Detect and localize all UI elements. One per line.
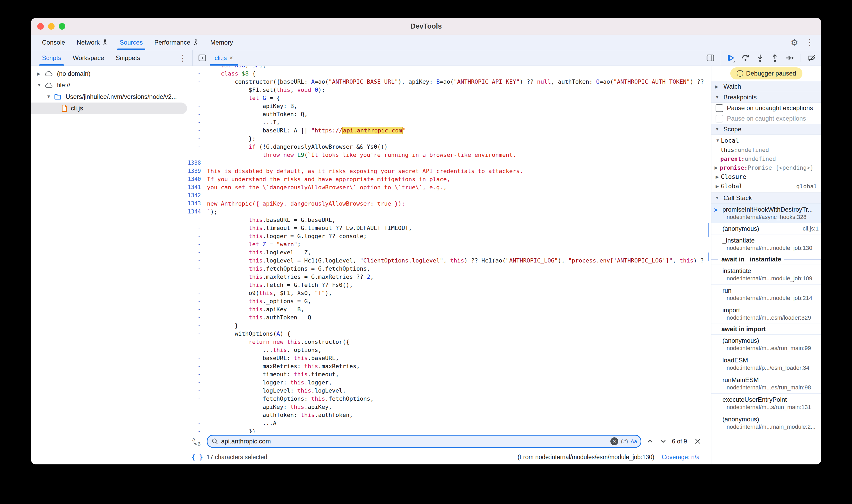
chevron-right-icon[interactable]: ▶: [37, 71, 40, 76]
zoom-window-button[interactable]: [59, 23, 65, 30]
code-line-text[interactable]: this.logLevel = Z,: [205, 248, 711, 256]
scope-variable-parent[interactable]: parent: undefined: [711, 154, 821, 163]
scope-section-header[interactable]: ▼ Scope: [711, 124, 821, 135]
code-line-text[interactable]: this.baseURL = G.baseURL,: [205, 216, 711, 224]
line-number[interactable]: -: [187, 70, 205, 78]
step-over-button[interactable]: [741, 53, 750, 63]
step-into-button[interactable]: [756, 53, 765, 63]
line-number[interactable]: -: [187, 126, 205, 134]
code-line-text[interactable]: this.apiKey = B,: [205, 305, 711, 313]
line-number[interactable]: -: [187, 118, 205, 126]
line-number[interactable]: -: [187, 216, 205, 224]
chevron-down-icon[interactable]: ▼: [47, 94, 51, 100]
line-number[interactable]: -: [187, 403, 205, 411]
tree-item-cli-js[interactable]: cli.js: [31, 103, 187, 114]
tree-item-users-jinhuilee-nvm-versions-node-v2-[interactable]: ▼Users/jinhuilee/.nvm/versions/node/v2..…: [31, 91, 187, 103]
call-stack-frame[interactable]: runnode:internal/m...module_job:214: [711, 285, 821, 304]
code-line-text[interactable]: var X50, $F1;: [205, 66, 711, 70]
code-line-text[interactable]: [205, 192, 711, 200]
line-number[interactable]: -: [187, 66, 205, 70]
step-button[interactable]: [785, 53, 794, 63]
line-number[interactable]: -: [187, 419, 205, 427]
line-number[interactable]: -: [187, 273, 205, 281]
call-stack-frame[interactable]: (anonymous)node:internal/m...es/run_main…: [711, 335, 821, 354]
call-stack-frame[interactable]: (anonymous)node:internal/m...main_module…: [711, 413, 821, 433]
line-number[interactable]: -: [187, 289, 205, 297]
line-number[interactable]: -: [187, 322, 205, 330]
search-input[interactable]: api.anthropic.com ✕ (.*) Aa: [207, 435, 641, 448]
more-options-kebab-icon[interactable]: ⋮: [805, 38, 814, 47]
call-stack-frame[interactable]: loadESMnode:internal/p.../esm_loader:34: [711, 354, 821, 374]
replace-toggle-icon[interactable]: AB: [191, 437, 202, 446]
tree-item--no-domain-[interactable]: ▶(no domain): [31, 68, 187, 79]
checkbox[interactable]: [715, 104, 723, 112]
code-line-text[interactable]: logger: this.logger,: [205, 378, 711, 386]
call-stack-frame[interactable]: instantiatenode:internal/m...module_job:…: [711, 265, 821, 285]
code-line-text[interactable]: this.fetchOptions = G.fetchOptions,: [205, 265, 711, 273]
chevron-down-icon[interactable]: ▼: [37, 83, 41, 88]
line-number[interactable]: -: [187, 248, 205, 256]
line-number[interactable]: -: [187, 427, 205, 433]
line-number[interactable]: -: [187, 94, 205, 102]
pretty-print-icon[interactable]: { }: [192, 454, 203, 461]
code-line-text[interactable]: withOptions(A) {: [205, 330, 711, 338]
line-number[interactable]: -: [187, 224, 205, 232]
watch-section-header[interactable]: ▶ Watch: [711, 81, 821, 92]
code-line-text[interactable]: let G = {: [205, 94, 711, 102]
call-stack-frame[interactable]: _instantiatenode:internal/m...module_job…: [711, 234, 821, 254]
minimize-window-button[interactable]: [48, 23, 55, 30]
code-line-text[interactable]: throw new L9(`It looks like you're runni…: [205, 151, 711, 159]
checkbox[interactable]: [715, 115, 723, 123]
navigator-tab-scripts[interactable]: Scripts: [36, 50, 67, 66]
navigator-more-kebab-icon[interactable]: ⋮: [179, 50, 192, 66]
line-number[interactable]: -: [187, 151, 205, 159]
scope-closure-row[interactable]: ▶Closure: [711, 172, 821, 181]
line-number[interactable]: -: [187, 110, 205, 118]
code-line-text[interactable]: if (!G.dangerouslyAllowBrowser && Ys0()): [205, 143, 711, 151]
previous-match-button[interactable]: [645, 437, 655, 446]
settings-gear-icon[interactable]: ⚙: [791, 38, 798, 47]
line-number[interactable]: -: [187, 395, 205, 403]
code-line-text[interactable]: This is disabled by default, as it risks…: [205, 167, 711, 175]
code-line-text[interactable]: baseURL: A || "https://api.anthropic.com…: [205, 126, 711, 134]
code-line-text[interactable]: authToken: this.authToken,: [205, 411, 711, 419]
call-stack-frame[interactable]: ➤promiseInitHookWithDestroyTr...node:int…: [711, 203, 821, 223]
line-number[interactable]: -: [187, 86, 205, 94]
line-number[interactable]: -: [187, 370, 205, 378]
line-number[interactable]: -: [187, 338, 205, 346]
code-line-text[interactable]: If you understand the risks and have app…: [205, 175, 711, 183]
line-number[interactable]: 1341: [187, 183, 205, 192]
regex-toggle[interactable]: (.*): [621, 438, 628, 445]
code-line-text[interactable]: ...this._options,: [205, 346, 711, 354]
code-line-text[interactable]: this.logLevel = Hc1(G.logLevel, "ClientO…: [205, 256, 711, 265]
code-line-text[interactable]: }: [205, 322, 711, 330]
tab-console[interactable]: Console: [36, 35, 71, 50]
code-line-text[interactable]: $F1.set(this, void 0);: [205, 86, 711, 94]
line-number[interactable]: -: [187, 346, 205, 354]
line-number[interactable]: -: [187, 354, 205, 362]
call-stack-frame[interactable]: importnode:internal/m...esm/loader:329: [711, 304, 821, 324]
code-line-text[interactable]: }): [205, 427, 711, 433]
collapse-navigator-icon[interactable]: [196, 50, 208, 66]
line-number[interactable]: -: [187, 281, 205, 289]
call-stack-frame[interactable]: runMainESMnode:internal/m...es/run_main:…: [711, 374, 821, 394]
call-stack-frame[interactable]: executeUserEntryPointnode:internal/m...s…: [711, 394, 821, 413]
tab-performance[interactable]: Performance: [148, 35, 205, 50]
close-window-button[interactable]: [37, 23, 44, 30]
deactivate-breakpoints-button[interactable]: [807, 53, 817, 63]
code-line-text[interactable]: this._options = G,: [205, 297, 711, 305]
coverage-link[interactable]: Coverage: n/a: [662, 454, 699, 461]
code-line-text[interactable]: `);: [205, 208, 711, 216]
scope-variable-this[interactable]: this: undefined: [711, 145, 821, 154]
navigator-tab-workspace[interactable]: Workspace: [67, 50, 110, 66]
line-number[interactable]: -: [187, 134, 205, 143]
code-line-text[interactable]: o9(this, $F1, Xs0, "f"),: [205, 289, 711, 297]
line-number[interactable]: -: [187, 362, 205, 370]
line-number[interactable]: -: [187, 256, 205, 265]
close-search-icon[interactable]: [693, 437, 702, 446]
code-editor[interactable]: - var X50, $F1;- class $8 {- constructor…: [187, 66, 711, 433]
match-case-toggle[interactable]: Aa: [631, 438, 637, 445]
call-stack-frame[interactable]: (anonymous)cli.js:1: [711, 223, 821, 234]
line-number[interactable]: 1338: [187, 159, 205, 167]
line-number[interactable]: 1339: [187, 167, 205, 175]
